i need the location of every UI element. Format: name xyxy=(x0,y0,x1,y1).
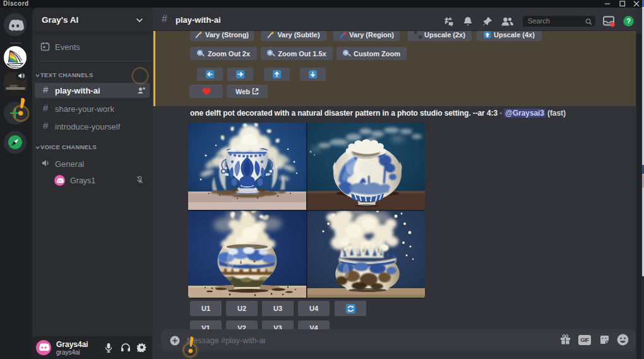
svg-text:?: ? xyxy=(626,17,631,25)
